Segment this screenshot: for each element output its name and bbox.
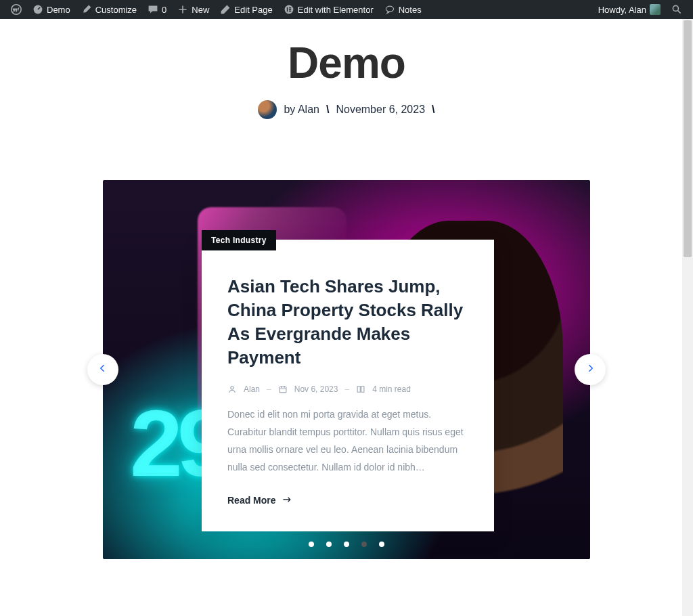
page-title: Demo xyxy=(0,38,693,88)
post-author[interactable]: Alan xyxy=(244,384,260,394)
edit-page-link[interactable]: Edit Page xyxy=(215,0,277,19)
slider-dot[interactable] xyxy=(344,542,349,547)
comments-count: 0 xyxy=(162,5,166,15)
customize-label: Customize xyxy=(95,5,137,15)
edit-page-label: Edit Page xyxy=(234,5,272,15)
wp-logo[interactable] xyxy=(5,0,27,19)
wp-admin-bar: Demo Customize 0 New Edit Page xyxy=(0,0,693,19)
svg-point-9 xyxy=(231,387,233,389)
site-name-link[interactable]: Demo xyxy=(27,0,76,19)
post-meta-row: Alan – Nov 6, 2023 – 4 min read xyxy=(227,384,468,394)
site-name-label: Demo xyxy=(47,5,70,15)
svg-point-7 xyxy=(386,6,393,12)
meta-sep-2: – xyxy=(344,384,349,394)
notes-link[interactable]: Notes xyxy=(379,0,427,19)
read-more-link[interactable]: Read More xyxy=(227,494,292,507)
slider-dot[interactable] xyxy=(309,542,314,547)
post-excerpt: Donec id elit non mi porta gravida at eg… xyxy=(227,406,468,477)
svg-rect-4 xyxy=(289,7,291,9)
user-icon xyxy=(227,384,237,394)
meta-sep-1: – xyxy=(267,384,271,394)
plus-icon xyxy=(177,4,188,15)
post-slider: 29 Tech Industry Asian Tech Shares Jump,… xyxy=(103,180,590,559)
meta-divider: \ xyxy=(326,104,329,116)
dashboard-icon xyxy=(32,4,43,15)
slider-dot[interactable] xyxy=(379,542,384,547)
notes-label: Notes xyxy=(399,5,422,15)
customize-link[interactable]: Customize xyxy=(76,0,142,19)
new-content-link[interactable]: New xyxy=(172,0,215,19)
search-icon xyxy=(671,4,682,15)
new-label: New xyxy=(192,5,209,15)
post-title[interactable]: Asian Tech Shares Jump, China Property S… xyxy=(227,240,468,370)
edit-elementor-link[interactable]: Edit with Elementor xyxy=(278,0,379,19)
arrow-right-icon xyxy=(282,494,292,507)
elementor-icon xyxy=(284,4,294,15)
wordpress-icon xyxy=(11,4,22,15)
calendar-icon xyxy=(278,384,288,394)
post-date: Nov 6, 2023 xyxy=(294,384,338,394)
admin-bar-left: Demo Customize 0 New Edit Page xyxy=(5,0,427,19)
page-date: November 6, 2023 xyxy=(336,104,425,116)
author-avatar xyxy=(258,100,277,119)
byline-prefix: by xyxy=(284,104,295,115)
pencil-icon xyxy=(220,4,231,15)
chevron-left-icon xyxy=(97,363,108,376)
svg-rect-6 xyxy=(289,11,291,12)
slider-dot[interactable] xyxy=(326,542,332,547)
page-header: Demo by Alan \ November 6, 2023 \ xyxy=(0,19,693,139)
comments-link[interactable]: 0 xyxy=(142,0,172,19)
slider-prev-button[interactable] xyxy=(87,354,118,385)
admin-bar-right: Howdy, Alan xyxy=(593,0,688,19)
search-toggle[interactable] xyxy=(666,0,688,19)
page-meta: by Alan \ November 6, 2023 \ xyxy=(0,100,693,119)
paintbrush-icon xyxy=(81,4,92,15)
book-icon xyxy=(356,384,365,394)
comment-icon xyxy=(148,4,158,15)
howdy-label: Howdy, Alan xyxy=(598,5,646,15)
slider-next-button[interactable] xyxy=(575,354,606,385)
byline-author: Alan xyxy=(298,104,319,115)
svg-rect-5 xyxy=(289,9,291,10)
chevron-right-icon xyxy=(585,363,596,376)
slider-dot[interactable] xyxy=(361,542,367,547)
meta-divider-2: \ xyxy=(432,104,434,116)
slider-pagination xyxy=(103,542,590,547)
svg-rect-10 xyxy=(280,387,286,393)
svg-rect-3 xyxy=(287,7,288,12)
user-avatar-small xyxy=(650,4,661,15)
edit-elementor-label: Edit with Elementor xyxy=(298,5,374,15)
read-more-label: Read More xyxy=(227,495,276,506)
vertical-scrollbar[interactable] xyxy=(682,19,693,616)
speech-icon xyxy=(384,4,395,15)
byline: by Alan xyxy=(284,104,319,116)
post-category-badge[interactable]: Tech Industry xyxy=(202,230,276,250)
post-reading-time: 4 min read xyxy=(372,384,411,394)
howdy-account[interactable]: Howdy, Alan xyxy=(593,0,666,19)
slide-content-card: Tech Industry Asian Tech Shares Jump, Ch… xyxy=(202,240,494,531)
scrollbar-thumb[interactable] xyxy=(684,20,692,257)
svg-point-8 xyxy=(673,5,678,11)
